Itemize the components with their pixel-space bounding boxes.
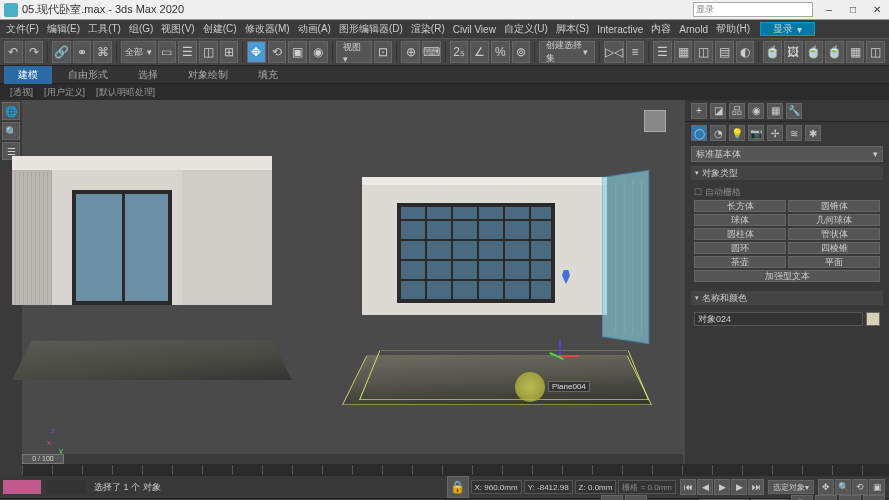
prim-torus[interactable]: 圆环: [694, 242, 786, 254]
menu-interactive[interactable]: Interactive: [595, 24, 645, 35]
menu-civilview[interactable]: Civil View: [451, 24, 498, 35]
category-dropdown[interactable]: 标准基本体▾: [691, 146, 883, 162]
render-frame-button[interactable]: 🖼: [784, 41, 803, 63]
sub-lights-icon[interactable]: 💡: [729, 125, 745, 141]
menu-help[interactable]: 帮助(H): [714, 22, 752, 36]
viewcube[interactable]: [637, 106, 673, 142]
render-iterate-button[interactable]: ▦: [846, 41, 865, 63]
scene-3d[interactable]: Plane004 z x y: [22, 100, 685, 464]
tab-display-icon[interactable]: ▦: [767, 103, 783, 119]
prim-sphere[interactable]: 球体: [694, 214, 786, 226]
snap-spinner-button[interactable]: ⊚: [512, 41, 531, 63]
prim-box[interactable]: 长方体: [694, 200, 786, 212]
prim-teapot[interactable]: 茶壶: [694, 256, 786, 268]
nav-field-icon[interactable]: ▭: [815, 495, 837, 501]
prim-geosphere[interactable]: 几何球体: [788, 214, 880, 226]
nav-zoom-icon[interactable]: 🔍: [835, 479, 851, 495]
menu-content[interactable]: 内容: [649, 22, 673, 36]
vp-label-user[interactable]: [用户定义]: [40, 86, 89, 99]
nav-pan-icon[interactable]: ✥: [818, 479, 834, 495]
menu-modifiers[interactable]: 修改器(M): [243, 22, 292, 36]
rotate-button[interactable]: ⟲: [268, 41, 287, 63]
selected-set-drop[interactable]: 选定对象 ▾: [768, 480, 814, 494]
nav-orbit-icon[interactable]: ⟲: [852, 479, 868, 495]
prim-cone[interactable]: 圆锥体: [788, 200, 880, 212]
snap-percent-button[interactable]: %: [491, 41, 510, 63]
prim-cylinder[interactable]: 圆柱体: [694, 228, 786, 240]
menu-animation[interactable]: 动画(A): [296, 22, 333, 36]
prev-frame-icon[interactable]: ◀: [697, 479, 713, 495]
prim-pyramid[interactable]: 四棱锥: [788, 242, 880, 254]
coord-y[interactable]: -8412.98: [537, 483, 569, 492]
goto-start-icon[interactable]: ⏮: [680, 479, 696, 495]
render-setup-button[interactable]: 🍵: [763, 41, 782, 63]
unlink-button[interactable]: ⚭: [73, 41, 92, 63]
autogrid-checkbox[interactable]: ☐ 自动栅格: [694, 185, 880, 200]
ribbon-tab-modeling[interactable]: 建模: [4, 66, 52, 84]
vp-world-icon[interactable]: 🌐: [2, 102, 20, 120]
goto-end-icon[interactable]: ⏭: [748, 479, 764, 495]
vp-search-icon[interactable]: 🔍: [2, 122, 20, 140]
menu-script[interactable]: 脚本(S): [554, 22, 591, 36]
menu-create[interactable]: 创建(C): [201, 22, 239, 36]
menu-render[interactable]: 渲染(R): [409, 22, 447, 36]
menu-view[interactable]: 视图(V): [159, 22, 196, 36]
tab-hierarchy-icon[interactable]: 品: [729, 103, 745, 119]
play-icon[interactable]: ▶: [714, 479, 730, 495]
material-editor-button[interactable]: ◐: [736, 41, 755, 63]
vp-label-perspective[interactable]: [透视]: [6, 86, 37, 99]
ribbon-tab-paint[interactable]: 对象绘制: [174, 66, 242, 84]
coord-z[interactable]: 0.0mm: [588, 483, 612, 492]
placement-button[interactable]: ◉: [309, 41, 328, 63]
render-last-button[interactable]: 🍵: [825, 41, 844, 63]
ribbon-tab-freeform[interactable]: 自由形式: [54, 66, 122, 84]
prim-plane[interactable]: 平面: [788, 256, 880, 268]
viewport[interactable]: 🌐 🔍 ☰: [0, 100, 685, 464]
menu-customize[interactable]: 自定义(U): [502, 22, 550, 36]
rollout-object-type[interactable]: 对象类型: [691, 166, 883, 180]
tab-motion-icon[interactable]: ◉: [748, 103, 764, 119]
select-region-button[interactable]: ◫: [199, 41, 218, 63]
align-button[interactable]: ≡: [626, 41, 645, 63]
layer-explorer-button[interactable]: ☰: [653, 41, 672, 63]
window-crossing-button[interactable]: ⊞: [220, 41, 239, 63]
menu-arnold[interactable]: Arnold: [677, 24, 710, 35]
selection-lock-icon[interactable]: ⊞: [625, 495, 647, 501]
next-frame-icon[interactable]: ▶: [731, 479, 747, 495]
render-button[interactable]: 🍵: [805, 41, 824, 63]
move-button[interactable]: ✥: [247, 41, 266, 63]
select-name-button[interactable]: ☰: [178, 41, 197, 63]
ribbon-tab-selection[interactable]: 选择: [124, 66, 172, 84]
named-set-button[interactable]: 创建选择集 ▾: [539, 41, 595, 63]
lock-icon[interactable]: 🔒: [447, 476, 469, 498]
prim-tube[interactable]: 管状体: [788, 228, 880, 240]
sub-systems-icon[interactable]: ✱: [805, 125, 821, 141]
tab-modify-icon[interactable]: ◪: [710, 103, 726, 119]
menu-edit[interactable]: 编辑(E): [45, 22, 82, 36]
sub-helpers-icon[interactable]: ✢: [767, 125, 783, 141]
scale-button[interactable]: ▣: [288, 41, 307, 63]
maximize-button[interactable]: □: [841, 1, 865, 19]
close-button[interactable]: ✕: [865, 1, 889, 19]
sub-shapes-icon[interactable]: ◔: [710, 125, 726, 141]
bind-button[interactable]: ⌘: [93, 41, 112, 63]
nav-zoom2-icon[interactable]: 🔍: [791, 495, 813, 501]
menu-file[interactable]: 文件(F): [4, 22, 41, 36]
object-name-input[interactable]: 对象024: [694, 312, 863, 326]
object-color-swatch[interactable]: [866, 312, 880, 326]
search-input[interactable]: 显录: [693, 2, 813, 17]
select-button[interactable]: ▭: [158, 41, 177, 63]
nav-region-icon[interactable]: ◫: [863, 495, 885, 501]
snap-2d-button[interactable]: 2₅: [450, 41, 469, 63]
nav-all-icon[interactable]: ⊞: [839, 495, 861, 501]
isolate-icon[interactable]: ◻: [601, 495, 623, 501]
workspace-selector[interactable]: 显录▾: [760, 22, 815, 36]
snap-angle-button[interactable]: ∠: [470, 41, 489, 63]
toggle-ribbon-button[interactable]: ▦: [674, 41, 693, 63]
sub-spacewarps-icon[interactable]: ≋: [786, 125, 802, 141]
manipulate-button[interactable]: ⊕: [401, 41, 420, 63]
tab-create-icon[interactable]: +: [691, 103, 707, 119]
prim-textplus[interactable]: 加强型文本: [694, 270, 880, 282]
undo-button[interactable]: ↶: [4, 41, 23, 63]
menu-tools[interactable]: 工具(T): [86, 22, 123, 36]
